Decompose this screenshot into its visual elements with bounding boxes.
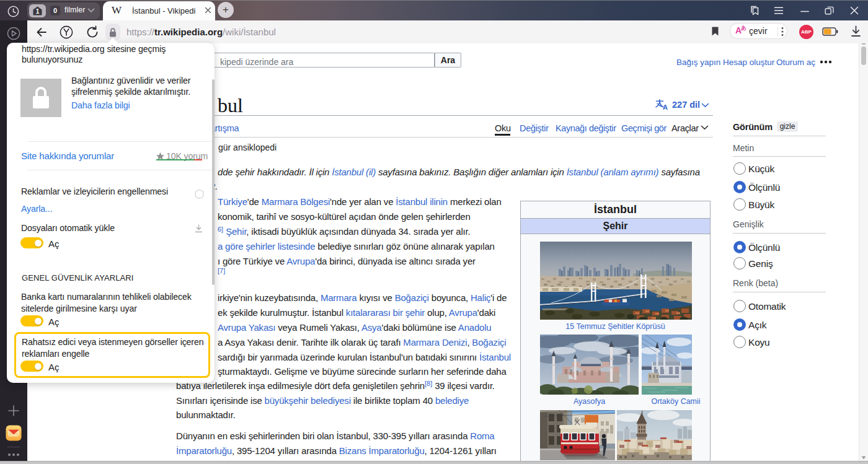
svg-text:A: A bbox=[663, 103, 668, 110]
svg-text:1: 1 bbox=[36, 8, 40, 15]
